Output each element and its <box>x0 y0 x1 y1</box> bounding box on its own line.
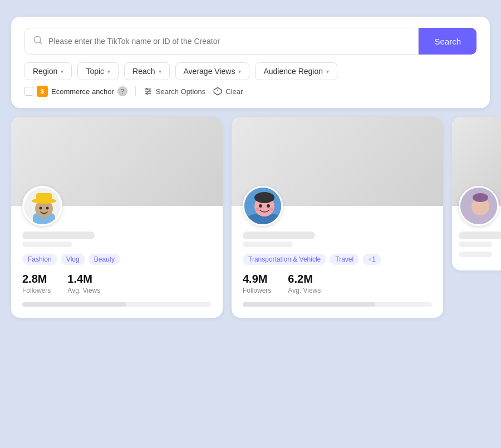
tune-icon <box>144 87 153 96</box>
options-row: $ Ecommerce anchor ? Search Options <box>24 86 477 97</box>
ecommerce-icon: $ <box>37 86 48 97</box>
card-1-progress-fill <box>22 302 126 307</box>
card-1-followers-label: Followers <box>22 287 51 294</box>
avatar-1-svg <box>24 188 62 226</box>
svg-point-16 <box>40 207 42 210</box>
main-container: Search Region ▾ Topic ▾ Reach ▾ Average … <box>11 17 490 318</box>
creator-card-2[interactable]: Transportation & Vehicle Travel +1 4.9M … <box>232 117 443 318</box>
card-2-handle-placeholder <box>243 242 293 247</box>
ecommerce-checkbox[interactable] <box>24 87 33 96</box>
avg-views-label: Average Views <box>184 67 235 76</box>
creator-card-3[interactable] <box>452 117 501 270</box>
card-2-progress-fill <box>243 302 375 307</box>
svg-point-23 <box>267 204 270 208</box>
search-row: Search <box>24 28 477 55</box>
card-2-tag-plus[interactable]: +1 <box>362 254 381 265</box>
card-1-tag-beauty[interactable]: Beauty <box>89 254 120 265</box>
card-2-body: Transportation & Vehicle Travel +1 4.9M … <box>232 186 443 318</box>
avatar-1 <box>22 186 62 226</box>
card-2-tag-transport[interactable]: Transportation & Vehicle <box>243 254 326 265</box>
card-1-stats-row: 2.8M Followers 1.4M Avg. Views <box>22 273 212 294</box>
card-1-tag-vlog[interactable]: Vlog <box>61 254 85 265</box>
card-1-followers-value: 2.8M <box>22 273 51 285</box>
svg-point-7 <box>146 93 148 95</box>
card-2-followers: 4.9M Followers <box>243 273 271 294</box>
search-options-button[interactable]: Search Options <box>144 87 206 96</box>
card-3-name-placeholder <box>459 232 501 239</box>
card-1-tags-row: Fashion Vlog Beauty <box>22 254 212 265</box>
card-2-name-placeholder <box>243 232 315 239</box>
card-1-body: Fashion Vlog Beauty 2.8M Followers 1.4M … <box>11 186 223 318</box>
options-divider <box>135 86 136 96</box>
avg-views-filter-button[interactable]: Average Views ▾ <box>175 62 250 80</box>
ecommerce-label: Ecommerce anchor <box>51 87 114 96</box>
search-options-label: Search Options <box>156 87 206 96</box>
card-1-avg-views: 1.4M Avg. Views <box>67 273 100 294</box>
search-input[interactable] <box>48 37 410 46</box>
search-panel: Search Region ▾ Topic ▾ Reach ▾ Average … <box>11 17 490 108</box>
svg-point-22 <box>259 204 262 208</box>
svg-point-21 <box>254 192 274 203</box>
svg-point-24 <box>255 208 259 211</box>
card-2-avg-views-value: 6.2M <box>288 273 321 285</box>
region-chevron-icon: ▾ <box>61 68 63 75</box>
card-2-tag-travel[interactable]: Travel <box>330 254 359 265</box>
card-2-progress-track <box>243 302 432 307</box>
creator-card-1[interactable]: Fashion Vlog Beauty 2.8M Followers 1.4M … <box>11 117 223 318</box>
card-2-followers-value: 4.9M <box>243 273 271 285</box>
card-1-avg-views-label: Avg. Views <box>67 287 100 294</box>
avatar-3 <box>459 186 499 226</box>
ecommerce-checkbox-wrapper: $ Ecommerce anchor ? <box>24 86 127 97</box>
search-icon <box>33 35 43 47</box>
topic-label: Topic <box>86 67 104 76</box>
svg-point-5 <box>146 88 148 90</box>
filter-row: Region ▾ Topic ▾ Reach ▾ Average Views ▾… <box>24 62 477 80</box>
region-label: Region <box>33 67 57 76</box>
card-3-stat-placeholder-2 <box>459 252 492 257</box>
svg-point-6 <box>149 91 150 92</box>
card-1-avg-views-value: 1.4M <box>67 273 100 285</box>
card-1-followers: 2.8M Followers <box>22 273 51 294</box>
topic-filter-button[interactable]: Topic ▾ <box>77 62 119 80</box>
clear-label: Clear <box>225 87 243 96</box>
card-1-progress-track <box>22 302 212 307</box>
topic-chevron-icon: ▾ <box>107 68 110 75</box>
search-input-wrapper <box>24 28 419 55</box>
audience-region-chevron-icon: ▾ <box>326 68 329 75</box>
svg-point-17 <box>46 207 49 210</box>
reach-filter-button[interactable]: Reach ▾ <box>124 62 169 80</box>
card-2-followers-label: Followers <box>243 287 271 294</box>
avatar-3-svg <box>460 188 499 226</box>
svg-point-25 <box>269 208 274 211</box>
card-2-stats-row: 4.9M Followers 6.2M Avg. Views <box>243 273 432 294</box>
clear-icon <box>213 87 222 96</box>
card-1-name-placeholder <box>22 232 95 239</box>
search-button[interactable]: Search <box>419 28 477 55</box>
card-2-tags-row: Transportation & Vehicle Travel +1 <box>243 254 432 265</box>
card-3-stat-placeholder-1 <box>459 242 492 247</box>
avg-views-chevron-icon: ▾ <box>238 68 241 75</box>
card-2-avg-views: 6.2M Avg. Views <box>288 273 321 294</box>
avatar-2 <box>243 186 283 226</box>
card-2-avg-views-label: Avg. Views <box>288 287 321 294</box>
svg-rect-15 <box>36 193 52 202</box>
audience-region-label: Audience Region <box>263 67 323 76</box>
svg-line-1 <box>40 42 41 43</box>
cards-row: Fashion Vlog Beauty 2.8M Followers 1.4M … <box>11 117 490 318</box>
reach-chevron-icon: ▾ <box>159 68 161 75</box>
card-1-tag-fashion[interactable]: Fashion <box>22 254 57 265</box>
clear-button[interactable]: Clear <box>213 87 243 96</box>
card-3-body <box>452 186 501 270</box>
audience-region-filter-button[interactable]: Audience Region ▾ <box>255 62 337 80</box>
help-icon[interactable]: ? <box>117 86 127 96</box>
card-1-handle-placeholder <box>22 242 72 247</box>
avatar-2-svg <box>244 188 283 226</box>
reach-label: Reach <box>132 67 155 76</box>
region-filter-button[interactable]: Region ▾ <box>24 62 72 80</box>
svg-point-28 <box>473 193 488 202</box>
